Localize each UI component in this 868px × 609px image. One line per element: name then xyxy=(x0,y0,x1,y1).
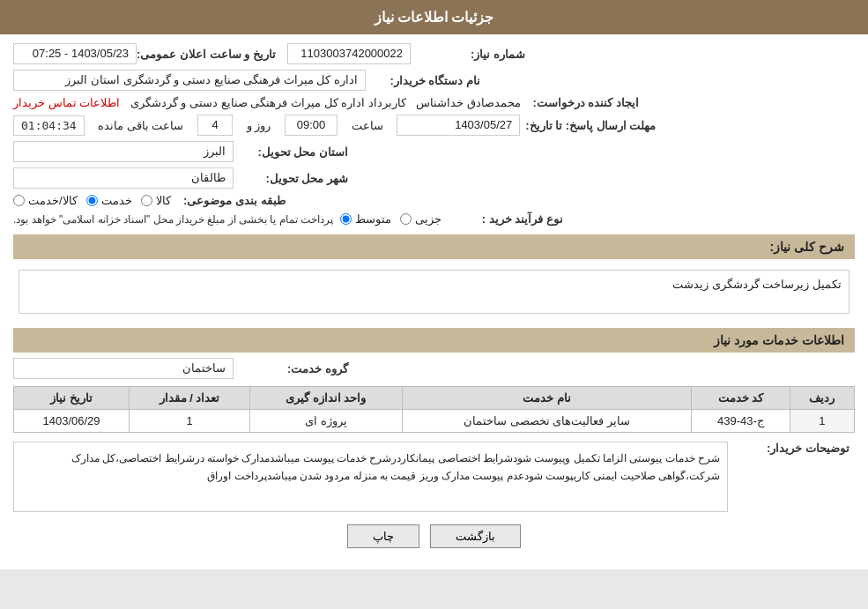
table-header-row: ردیف کد خدمت نام خدمت واحد اندازه گیری ت… xyxy=(14,387,855,410)
purchase-type-motevaset-label: متوسط xyxy=(355,212,391,226)
purchase-type-jozii[interactable]: جزیی xyxy=(400,212,441,226)
buttons-row: بازگشت چاپ xyxy=(13,524,855,548)
category-kala[interactable]: کالا xyxy=(141,194,171,207)
category-khedmat-label: خدمت xyxy=(101,194,132,207)
purchase-type-jozii-label: جزیی xyxy=(415,212,441,226)
need-number-row: شماره نیاز: 1103003742000022 تاریخ و ساع… xyxy=(13,43,855,64)
creator-role: کاربرداد اداره کل میراث فرهنگی صنایع دست… xyxy=(130,96,406,109)
category-khedmat[interactable]: خدمت xyxy=(86,194,132,207)
creator-name: محمدصادق خداشناس xyxy=(416,96,521,109)
buyer-name-value: اداره کل میراث فرهنگی صنایع دستی و گردشگ… xyxy=(13,70,366,91)
col-service-name: نام خدمت xyxy=(402,387,691,410)
cell-unit: پروژه ای xyxy=(249,410,402,433)
announcement-date-label: تاریخ و ساعت اعلان عمومی: xyxy=(137,48,276,61)
print-button[interactable]: چاپ xyxy=(347,524,419,548)
table-row: 1 ج-43-439 سایر فعالیت‌های تخصصی ساختمان… xyxy=(14,410,855,433)
cell-service-name: سایر فعالیت‌های تخصصی ساختمان xyxy=(402,410,691,433)
remaining-label: ساعت باقی مانده xyxy=(98,119,183,132)
content-area: شماره نیاز: 1103003742000022 تاریخ و ساع… xyxy=(0,34,868,569)
creator-row: ایجاد کننده درخواست: محمدصادق خداشناس کا… xyxy=(13,96,855,109)
creator-label: ایجاد کننده درخواست: xyxy=(524,96,639,109)
deadline-days-label: روز و xyxy=(247,119,271,132)
page-title: جزئیات اطلاعات نیاز xyxy=(375,10,494,25)
purchase-type-radio-group: متوسط جزیی xyxy=(340,212,441,226)
purchase-type-label: نوع فرآیند خرید : xyxy=(449,212,563,226)
category-kala-khedmat-label: کالا/خدمت xyxy=(28,194,78,207)
page-header: جزئیات اطلاعات نیاز xyxy=(0,0,868,34)
city-row: شهر محل تحویل: طالقان xyxy=(13,167,855,189)
deadline-date: 1403/05/27 xyxy=(397,115,520,136)
purchase-type-note: پرداخت تمام یا بخشی از مبلغ خریداز محل "… xyxy=(13,213,333,226)
category-row: طبقه بندی موضوعی: کالا/خدمت خدمت کالا xyxy=(13,194,855,207)
category-kala-label: کالا xyxy=(156,194,171,207)
deadline-time-label: ساعت xyxy=(352,119,383,132)
province-value: البرز xyxy=(13,141,234,162)
col-unit: واحد اندازه گیری xyxy=(249,387,402,410)
need-description-section-label: شرح کلی نیاز: xyxy=(770,240,844,254)
buyer-notes-label: توضیحات خریدار: xyxy=(735,442,849,455)
need-number-value: 1103003742000022 xyxy=(287,43,411,64)
city-value: طالقان xyxy=(13,167,234,189)
col-row-number: ردیف xyxy=(790,387,854,410)
category-kala-khedmat[interactable]: کالا/خدمت xyxy=(13,194,78,207)
page-wrapper: جزئیات اطلاعات نیاز شماره نیاز: 11030037… xyxy=(0,0,868,569)
province-row: استان محل تحویل: البرز xyxy=(13,141,855,162)
buyer-name-label: نام دستگاه خریدار: xyxy=(366,74,480,87)
cell-quantity: 1 xyxy=(130,410,250,433)
deadline-row: مهلت ارسال پاسخ: تا تاریخ: 1403/05/27 سا… xyxy=(13,115,855,136)
purchase-type-row: نوع فرآیند خرید : متوسط جزیی پرداخت تمام… xyxy=(13,212,855,226)
col-service-code: کد خدمت xyxy=(692,387,790,410)
need-description-area: تکمیل زیرساخت گردشگری زیدشت xyxy=(13,264,855,319)
announcement-date-value: 1403/05/23 - 07:25 xyxy=(13,43,137,64)
cell-row-number: 1 xyxy=(790,410,854,433)
service-group-label: گروه خدمت: xyxy=(234,362,348,375)
buyer-notes-box: شرح خدمات پیوستی الزاما تکمیل وپیوست شود… xyxy=(13,442,728,512)
deadline-label: مهلت ارسال پاسخ: تا تاریخ: xyxy=(525,119,656,132)
category-label: طبقه بندی موضوعی: xyxy=(171,194,286,207)
category-radio-group: کالا/خدمت خدمت کالا xyxy=(13,194,171,207)
services-section-header: اطلاعات خدمات مورد نیاز xyxy=(13,328,855,353)
contact-link[interactable]: اطلاعات تماس خریدار xyxy=(13,96,120,109)
cell-service-code: ج-43-439 xyxy=(692,410,790,433)
col-date: تاریخ نیاز xyxy=(14,387,130,410)
purchase-type-motevaset[interactable]: متوسط xyxy=(340,212,391,226)
buyer-name-row: نام دستگاه خریدار: اداره کل میراث فرهنگی… xyxy=(13,70,855,91)
deadline-days: 4 xyxy=(197,115,233,136)
service-group-row: گروه خدمت: ساختمان xyxy=(13,358,855,379)
deadline-time: 09:00 xyxy=(285,115,338,136)
need-description-box: تکمیل زیرساخت گردشگری زیدشت xyxy=(19,270,849,314)
service-group-value: ساختمان xyxy=(13,358,234,379)
services-table: ردیف کد خدمت نام خدمت واحد اندازه گیری ت… xyxy=(13,386,855,433)
remaining-time: 01:04:34 xyxy=(13,115,85,136)
province-label: استان محل تحویل: xyxy=(234,145,348,159)
cell-date: 1403/06/29 xyxy=(14,410,130,433)
city-label: شهر محل تحویل: xyxy=(234,172,348,185)
need-description-section-header: شرح کلی نیاز: xyxy=(13,234,855,259)
col-quantity: تعداد / مقدار xyxy=(130,387,250,410)
services-section-title: اطلاعات خدمات مورد نیاز xyxy=(714,333,844,347)
buyer-notes-section: توضیحات خریدار: شرح خدمات پیوستی الزاما … xyxy=(13,442,855,512)
need-number-label: شماره نیاز: xyxy=(411,48,525,61)
back-button[interactable]: بازگشت xyxy=(430,524,521,548)
